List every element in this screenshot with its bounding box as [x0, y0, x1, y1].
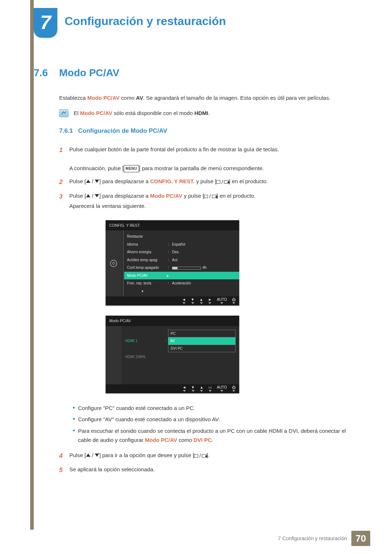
- down-triangle-icon: [95, 454, 99, 457]
- step-number: 3: [59, 191, 69, 447]
- up-triangle-icon: [86, 454, 90, 457]
- text: como: [177, 437, 193, 443]
- note-icon: [59, 109, 69, 117]
- gear-icon: [110, 260, 117, 267]
- text: Pulse [: [69, 193, 86, 199]
- text: .: [212, 437, 213, 443]
- step-3: 3 Pulse [ / ] para desplazarse a Modo PC…: [59, 191, 350, 447]
- subsection-number: 7.6.1: [59, 127, 73, 134]
- nav-power-icon: ⏻: [232, 298, 236, 304]
- step-body: Se aplicará la opción seleccionada.: [69, 465, 350, 476]
- step-body: Pulse [ / ] para desplazarse a CONFIG. Y…: [69, 177, 350, 188]
- text: . Se agrandará el tamaño de la imagen. E…: [143, 95, 330, 101]
- osd-nav-bar: ◄ ▼ ▲ ► AUTO ⏻: [106, 296, 239, 305]
- option-pc: PC: [168, 330, 236, 338]
- step-number: 4: [59, 451, 69, 461]
- label: HDMI 1: [125, 338, 165, 344]
- text: .: [208, 110, 210, 116]
- osd-nav-bar: ◄ ▼ ▲ ▭ AUTO ⏻: [106, 384, 239, 393]
- text: ] para desplazarse a: [99, 193, 150, 199]
- label: HDMI 2/MHL: [125, 354, 165, 360]
- nav-power-icon: ⏻: [232, 386, 236, 392]
- steps-list: 1 Pulse cualquier botón de la parte fron…: [59, 145, 350, 476]
- step-1: 1 Pulse cualquier botón de la parte fron…: [59, 145, 350, 173]
- bullet-list: Configure "PC" cuando esté conectado a u…: [69, 403, 350, 445]
- osd-item-ahorro: Ahorro energía:Des.: [127, 248, 236, 256]
- step-4: 4 Pulse [ / ] para ir a la opción que de…: [59, 451, 350, 461]
- text-bold: HDMI: [194, 110, 208, 116]
- nav-up-icon: ▲: [200, 386, 203, 392]
- subsection-title: Configuración de Modo PC/AV: [78, 127, 167, 134]
- menu-key-icon: MENU: [124, 165, 139, 172]
- text: El: [74, 110, 80, 116]
- osd-title: CONFIG. Y REST.: [106, 220, 239, 230]
- value: Español: [170, 241, 236, 248]
- nav-auto: AUTO: [217, 386, 227, 392]
- step-5: 5 Se aplicará la opción seleccionada.: [59, 465, 350, 476]
- text: Pulse cualquier botón de la parte fronta…: [69, 146, 279, 152]
- option-av: AV: [168, 337, 236, 345]
- osd-category-icon-col: [106, 326, 122, 384]
- enter-icon: /: [194, 451, 207, 460]
- text-bold: AV: [136, 95, 143, 101]
- value: Act.: [170, 257, 236, 263]
- text-emphasis: CONFIG. Y REST.: [150, 178, 195, 184]
- text: Configure "AV" cuando esté conectado a u…: [78, 415, 220, 424]
- text: sólo está disponible con el modo: [112, 110, 194, 116]
- slider-bar: [172, 267, 201, 270]
- text-emphasis: DVI PC: [193, 437, 212, 443]
- text: ] en el producto.: [217, 193, 256, 199]
- text: ].: [207, 452, 209, 458]
- value: Des.: [170, 249, 236, 255]
- page-number: 70: [351, 531, 370, 546]
- right-arrow-icon: ▸: [167, 272, 169, 279]
- step-number: 2: [59, 177, 69, 188]
- text-emphasis: Modo PC/AV: [145, 437, 177, 443]
- label: Restaurar: [127, 233, 167, 240]
- text: A continuación, pulse [: [69, 165, 124, 171]
- text: Configure "PC" cuando esté conectado a u…: [78, 403, 195, 413]
- osd-source-list: HDMI 1: PC AV DVI PC HDMI 2/MHL: [122, 326, 239, 384]
- step-2: 2 Pulse [ / ] para desplazarse a CONFIG.…: [59, 177, 350, 188]
- page-content: 7.6 Modo PC/AV Establezca Modo PC/AV com…: [34, 67, 350, 479]
- text: y pulse [: [195, 178, 216, 184]
- up-triangle-icon: [86, 180, 90, 183]
- bullet-item: Configure "AV" cuando esté conectado a u…: [69, 415, 350, 424]
- nav-auto: AUTO: [217, 298, 227, 304]
- text: Establezca: [59, 95, 87, 101]
- label: Frec. rep. tecla: [127, 280, 167, 287]
- value: Aceleración: [170, 280, 236, 287]
- step-number: 1: [59, 145, 69, 173]
- osd-modo-pcav: Modo PC/AV HDMI 1: PC AV DVI PC: [106, 316, 239, 393]
- nav-left-icon: ◄: [182, 298, 186, 304]
- text: ] para desplazarse a: [99, 178, 150, 184]
- text: Pulse [: [69, 178, 86, 184]
- bullet-item: Para escuchar el sonido cuando se contec…: [69, 426, 350, 445]
- page-footer: 7 Configuración y restauración 70: [278, 531, 370, 546]
- osd-item-conftemp: Conf.temp.apagado:4h: [127, 264, 236, 272]
- option-list: PC AV DVI PC: [168, 330, 236, 353]
- label: Act/des temp apag: [127, 257, 167, 263]
- label: Idioma: [127, 241, 167, 248]
- osd-source-hdmi2: HDMI 2/MHL: [125, 353, 236, 361]
- enter-icon: /: [216, 177, 229, 187]
- nav-enter-icon: ▭: [208, 386, 212, 392]
- nav-down-icon: ▼: [191, 298, 195, 304]
- value: 4h: [170, 264, 236, 271]
- text: Para escuchar el sonido cuando se contec…: [78, 426, 350, 445]
- nav-left-icon: ◄: [183, 386, 186, 392]
- nav-right-icon: ►: [208, 298, 212, 304]
- text: como: [119, 95, 136, 101]
- text: y pulse [: [182, 193, 204, 199]
- nav-up-icon: ▲: [200, 298, 203, 304]
- text: ] para ir a la opción que desee y pulse …: [99, 452, 194, 458]
- text-emphasis: Modo PC/AV: [87, 95, 120, 101]
- osd-source-hdmi1: HDMI 1: PC AV DVI PC: [125, 329, 236, 353]
- footer-chapter-ref: 7 Configuración y restauración: [278, 535, 347, 541]
- note-text: El Modo PC/AV sólo está disponible con e…: [74, 110, 210, 116]
- chapter-number-tab: 7: [34, 8, 57, 38]
- intro-paragraph: Establezca Modo PC/AV como AV. Se agrand…: [59, 93, 350, 103]
- step-body: Pulse [ / ] para ir a la opción que dese…: [69, 451, 350, 461]
- text-emphasis: Modo PC/AV: [80, 110, 113, 116]
- chapter-title: Configuración y restauración: [65, 15, 226, 28]
